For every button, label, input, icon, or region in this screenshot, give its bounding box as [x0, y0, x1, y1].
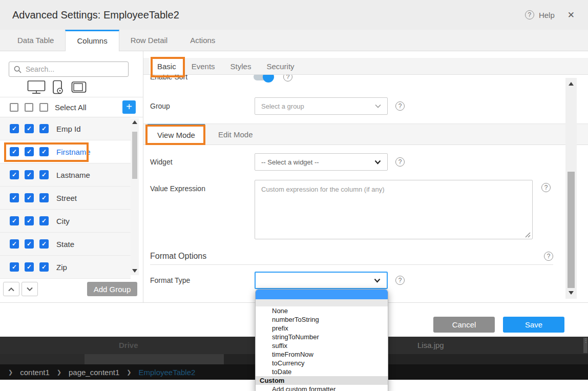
value-expression-wrap	[255, 180, 533, 241]
tab-basic[interactable]: Basic	[150, 58, 184, 74]
search-input[interactable]	[26, 65, 118, 73]
checkbox-checked-icon[interactable]	[10, 239, 19, 249]
value-expression-label: Value Expression	[150, 184, 255, 193]
list-item-zip[interactable]: Zip	[0, 256, 131, 279]
format-option[interactable]: stringToNumber	[256, 333, 388, 341]
sidebar-footer: Add Group	[0, 279, 143, 302]
help-button[interactable]: Help	[539, 11, 555, 19]
mode-tab-bar: View Mode Edit Mode	[143, 124, 588, 145]
checkbox-checked-icon[interactable]	[39, 170, 49, 179]
format-option[interactable]: timeFromNow	[256, 350, 388, 359]
checkbox-checked-icon[interactable]	[39, 262, 49, 272]
format-option[interactable]: Add custom formatter	[256, 385, 388, 391]
help-icon[interactable]	[544, 252, 553, 261]
list-item-street[interactable]: Street	[0, 187, 131, 210]
checkbox-checked-icon[interactable]	[39, 147, 49, 156]
add-column-button[interactable]: +	[122, 100, 136, 114]
search-icon	[14, 66, 22, 73]
checkbox-checked-icon[interactable]	[25, 124, 34, 133]
help-icon[interactable]	[541, 183, 551, 192]
list-item-lastname[interactable]: Lastname	[0, 163, 131, 187]
tab-edit-mode[interactable]: Edit Mode	[205, 124, 266, 145]
value-expression-textarea[interactable]	[255, 180, 533, 239]
checkbox-checked-icon[interactable]	[10, 262, 19, 272]
checkbox-checked-icon[interactable]	[10, 193, 19, 202]
select-all-checkbox-desktop[interactable]	[10, 103, 18, 112]
checkbox-checked-icon[interactable]	[10, 124, 19, 133]
scrollbar-thumb[interactable]	[568, 172, 575, 288]
list-item-firstname[interactable]: Firstname	[0, 140, 131, 163]
select-all-checkbox-mobile[interactable]	[25, 103, 33, 112]
checkbox-checked-icon[interactable]	[25, 262, 34, 272]
toggle-knob	[263, 75, 274, 83]
scrollbar-thumb[interactable]	[132, 132, 137, 179]
checkbox-checked-icon[interactable]	[10, 147, 19, 156]
format-option[interactable]: numberToString	[256, 315, 388, 324]
group-select[interactable]: Select a group	[255, 97, 388, 115]
list-scrollbar[interactable]	[131, 118, 139, 275]
tab-data-table[interactable]: Data Table	[6, 30, 65, 51]
format-option[interactable]: suffix	[256, 341, 388, 350]
close-icon[interactable]: ✕	[568, 10, 575, 20]
breadcrumb-item-content1[interactable]: content1	[20, 368, 50, 377]
checkbox-checked-icon[interactable]	[25, 216, 34, 225]
tab-security[interactable]: Security	[259, 58, 302, 74]
checkbox-checked-icon[interactable]	[39, 193, 49, 202]
header-actions: Help ✕	[525, 10, 575, 20]
checkbox-checked-icon[interactable]	[25, 239, 34, 249]
tab-actions[interactable]: Actions	[179, 30, 226, 51]
move-column-down-button[interactable]	[22, 282, 38, 296]
tab-events[interactable]: Events	[184, 58, 223, 74]
value-expression-row: Value Expression	[143, 180, 588, 241]
panel-scrollbar[interactable]	[565, 78, 577, 299]
list-item-city[interactable]: City	[0, 210, 131, 233]
format-type-select[interactable]	[255, 272, 388, 289]
scroll-up-icon[interactable]	[132, 120, 137, 124]
move-column-up-button[interactable]	[3, 282, 19, 296]
column-label: Firstname	[56, 148, 91, 156]
checkbox-checked-icon[interactable]	[39, 124, 49, 133]
checkbox-checked-icon[interactable]	[25, 193, 34, 202]
scroll-down-icon[interactable]	[569, 291, 574, 295]
widget-select[interactable]: -- Select a widget --	[255, 153, 388, 171]
breadcrumb-item-employeetable2[interactable]: EmployeeTable2	[138, 368, 195, 377]
help-icon[interactable]	[395, 157, 405, 167]
tab-columns[interactable]: Columns	[65, 30, 119, 51]
cancel-button[interactable]: Cancel	[433, 317, 495, 333]
widget-row: Widget -- Select a widget --	[143, 153, 588, 171]
format-option[interactable]: toDate	[256, 367, 388, 376]
checkbox-checked-icon[interactable]	[39, 216, 49, 225]
format-option[interactable]: None	[256, 306, 388, 315]
checkbox-checked-icon[interactable]	[25, 147, 34, 156]
scroll-up-icon[interactable]	[569, 82, 574, 86]
scroll-down-icon[interactable]	[132, 269, 137, 273]
help-icon[interactable]	[283, 75, 292, 81]
chevron-right-icon: ❯	[57, 369, 61, 376]
breadcrumb-item-page-content1[interactable]: page_content1	[69, 368, 119, 377]
select-all-checkbox-tablet[interactable]	[39, 103, 48, 112]
tab-styles[interactable]: Styles	[223, 58, 259, 74]
tab-row-detail[interactable]: Row Detail	[119, 30, 179, 51]
help-icon[interactable]	[525, 10, 534, 19]
chevron-up-icon	[8, 287, 15, 292]
enable-sort-toggle[interactable]	[253, 75, 274, 83]
help-icon[interactable]	[395, 101, 405, 111]
save-button[interactable]: Save	[503, 317, 564, 333]
background-scrollbar: ⋮	[583, 338, 587, 353]
chevron-right-icon: ❯	[127, 369, 131, 376]
list-item-state[interactable]: State	[0, 233, 131, 256]
format-option[interactable]: toCurrency	[256, 359, 388, 367]
format-option[interactable]: prefix	[256, 324, 388, 333]
list-item-emp-id[interactable]: Emp Id	[0, 117, 131, 140]
widget-label: Widget	[150, 158, 255, 166]
add-group-button[interactable]: Add Group	[87, 282, 137, 296]
column-label: Emp Id	[56, 125, 81, 133]
checkbox-checked-icon[interactable]	[25, 170, 34, 179]
checkbox-checked-icon[interactable]	[39, 239, 49, 249]
help-icon[interactable]	[395, 276, 405, 285]
checkbox-checked-icon[interactable]	[10, 216, 19, 225]
column-label: Street	[56, 194, 77, 202]
tab-view-mode[interactable]: View Mode	[148, 124, 205, 145]
dropdown-selected-blank-option[interactable]	[256, 290, 388, 299]
checkbox-checked-icon[interactable]	[10, 170, 19, 179]
